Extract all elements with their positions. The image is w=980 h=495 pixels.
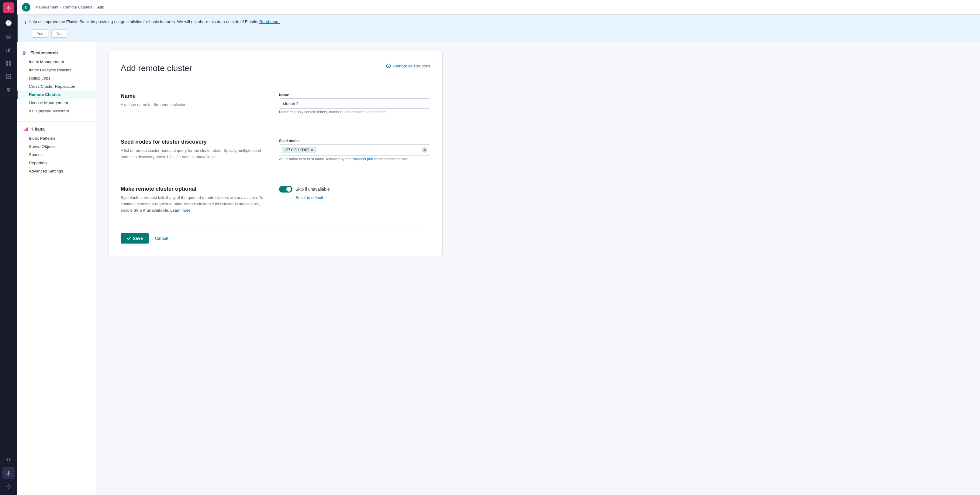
user-avatar[interactable]: D — [22, 3, 30, 11]
breadcrumb: Management / Remote Clusters / Add — [35, 5, 104, 10]
name-input[interactable] — [279, 98, 430, 109]
form-section-optional-right: Skip if unavailable Reset to default — [279, 186, 430, 214]
seed-node-value: 127.0.0.1:9302 — [284, 148, 309, 152]
sidebar-item-remote-clusters[interactable]: Remote Clusters — [17, 90, 96, 99]
name-section-desc: A unique name for the remote cluster. — [121, 102, 266, 108]
svg-rect-12 — [23, 52, 26, 54]
nav-dev-tools[interactable] — [2, 454, 14, 466]
form-section-seed-right: Seed nodes 127.0.0.1:9302 ✕ ✕ — [279, 139, 430, 166]
name-label: Name — [279, 93, 430, 97]
svg-rect-6 — [9, 63, 11, 66]
sidebar-item-index-lifecycle-policies[interactable]: Index Lifecycle Policies — [17, 66, 96, 74]
sidebar-item-spaces[interactable]: Spaces — [17, 151, 96, 159]
form-section-name: Name A unique name for the remote cluste… — [121, 83, 430, 129]
read-more-link[interactable]: Read more — [259, 19, 280, 24]
name-field: Name Name can only contain letters, numb… — [279, 93, 430, 114]
info-icon: ℹ — [24, 19, 26, 26]
banner-yes-button[interactable]: Yes — [32, 29, 48, 38]
nav-discover[interactable]: ◎ — [2, 30, 14, 43]
learn-more-link[interactable]: Learn more. — [170, 208, 191, 213]
nav-stack-management[interactable] — [2, 467, 14, 479]
nav-rail: 🕐 ◎ — [0, 0, 17, 495]
sidebar-item-license-management[interactable]: License Management — [17, 99, 96, 107]
form-title: Add remote cluster — [121, 63, 192, 73]
svg-rect-5 — [6, 63, 8, 66]
form-section-name-right: Name Name can only contain letters, numb… — [279, 93, 430, 119]
form-section-optional: Make remote cluster optional By default,… — [121, 176, 430, 223]
save-button[interactable]: Save — [121, 233, 149, 244]
seed-nodes-hint: An IP address or host name, followed by … — [279, 157, 430, 161]
svg-rect-2 — [10, 48, 10, 52]
sidebar-item-reporting[interactable]: Reporting — [17, 159, 96, 167]
nav-dashboard[interactable] — [2, 57, 14, 69]
seed-nodes-tag-input[interactable]: 127.0.0.1:9302 ✕ ✕ — [279, 144, 430, 156]
skip-unavailable-toggle[interactable] — [279, 186, 293, 192]
breadcrumb-add: Add — [97, 5, 104, 10]
breadcrumb-management[interactable]: Management — [35, 5, 58, 10]
sidebar-item-index-management[interactable]: Index Management — [17, 58, 96, 66]
sidebar-item-cross-cluster-replication[interactable]: Cross Cluster Replication — [17, 82, 96, 90]
form-card-header: Add remote cluster Remote cluster docs — [121, 63, 430, 73]
toggle-knob — [286, 187, 291, 192]
svg-rect-4 — [9, 61, 11, 63]
banner-text: Help us improve the Elastic Stack by pro… — [29, 19, 280, 25]
elasticsearch-icon — [23, 51, 29, 55]
docs-icon — [386, 63, 391, 68]
save-check-icon — [127, 236, 131, 241]
form-actions: Save Cancel — [121, 225, 430, 244]
seed-nodes-label: Seed nodes — [279, 139, 430, 143]
svg-point-8 — [8, 76, 10, 78]
sidebar-item-rollup-jobs[interactable]: Rollup Jobs — [17, 74, 96, 82]
sidebar-item-index-patterns[interactable]: Index Patterns — [17, 134, 96, 143]
skip-unavailable-row: Skip if unavailable — [279, 186, 430, 192]
banner-no-button[interactable]: No — [51, 29, 67, 38]
svg-rect-1 — [8, 49, 9, 52]
nav-canvas[interactable] — [2, 70, 14, 82]
svg-rect-11 — [23, 51, 25, 52]
cancel-button[interactable]: Cancel — [154, 233, 170, 244]
sidebar-section-elasticsearch: Elasticsearch Index Management Index Lif… — [17, 48, 96, 115]
form-section-seed-nodes: Seed nodes for cluster discovery A list … — [121, 129, 430, 176]
reset-default-link[interactable]: Reset to default — [296, 195, 323, 200]
seed-node-remove[interactable]: ✕ — [310, 148, 313, 152]
optional-section-title: Make remote cluster optional — [121, 186, 266, 192]
nav-maps[interactable] — [2, 84, 14, 96]
seed-section-desc: A list of remote cluster nodes to query … — [121, 148, 266, 160]
form-section-seed-left: Seed nodes for cluster discovery A list … — [121, 139, 272, 166]
main-area: D Management / Remote Clusters / Add ℹ H… — [17, 0, 980, 495]
page-body: Elasticsearch Index Management Index Lif… — [17, 42, 980, 495]
kibana-icon — [23, 126, 29, 132]
content-area: ℹ Help us improve the Elastic Stack by p… — [17, 14, 980, 495]
form-section-name-left: Name A unique name for the remote cluste… — [121, 93, 272, 119]
optional-section-desc: By default, a request fails if any of th… — [121, 195, 266, 214]
breadcrumb-remote-clusters[interactable]: Remote Clusters — [63, 5, 93, 10]
name-section-title: Name — [121, 93, 266, 99]
sidebar-item-upgrade-assistant[interactable]: 8.0 Upgrade Assistant — [17, 107, 96, 115]
docs-link[interactable]: Remote cluster docs — [386, 63, 430, 68]
skip-unavailable-label: Skip if unavailable — [296, 187, 330, 192]
sidebar: Elasticsearch Index Management Index Lif… — [17, 42, 96, 495]
breadcrumb-sep-1: / — [60, 5, 61, 10]
nav-recent[interactable]: 🕐 — [2, 17, 14, 29]
svg-rect-0 — [6, 50, 7, 52]
seed-input-clear[interactable]: ✕ — [422, 147, 427, 153]
sidebar-section-title-elasticsearch: Elasticsearch — [17, 48, 96, 58]
nav-visualize[interactable] — [2, 44, 14, 56]
sidebar-section-kibana: Kibana Index Patterns Saved Objects Spac… — [17, 124, 96, 175]
seed-nodes-field: Seed nodes 127.0.0.1:9302 ✕ ✕ — [279, 139, 430, 161]
main-content: Add remote cluster Remote cluster docs — [96, 42, 980, 495]
app-logo[interactable] — [3, 2, 14, 13]
nav-settings[interactable] — [2, 481, 14, 493]
banner-actions: Yes No — [24, 29, 974, 38]
info-banner: ℹ Help us improve the Elastic Stack by p… — [17, 14, 980, 42]
sidebar-item-advanced-settings[interactable]: Advanced Settings — [17, 167, 96, 175]
transport-port-link[interactable]: transport port — [352, 157, 373, 161]
seed-section-title: Seed nodes for cluster discovery — [121, 139, 266, 145]
form-section-optional-left: Make remote cluster optional By default,… — [121, 186, 272, 214]
seed-node-tag: 127.0.0.1:9302 ✕ — [282, 147, 315, 153]
sidebar-item-saved-objects[interactable]: Saved Objects — [17, 143, 96, 151]
form-card: Add remote cluster Remote cluster docs — [108, 51, 442, 256]
breadcrumb-sep-2: / — [94, 5, 95, 10]
sidebar-section-title-kibana: Kibana — [17, 124, 96, 134]
sidebar-divider — [17, 121, 96, 122]
